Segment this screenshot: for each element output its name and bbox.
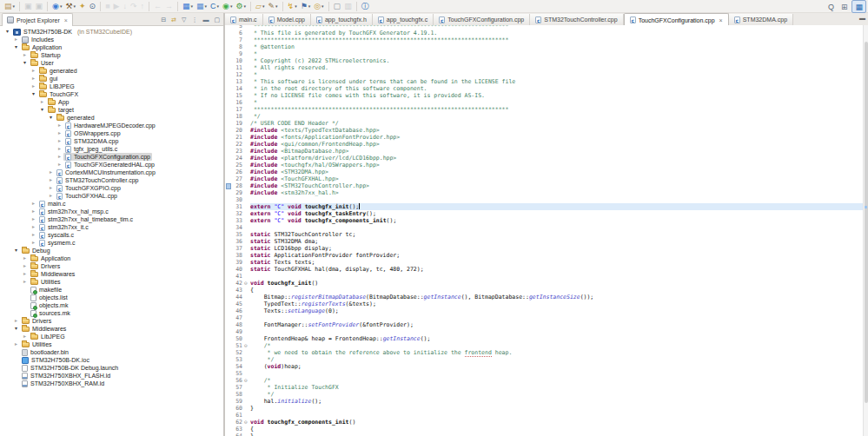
- target-flag-button[interactable]: ⚑▾: [299, 1, 313, 12]
- editor-scrollbar[interactable]: [863, 25, 868, 436]
- code-line[interactable]: 8 * @attention: [225, 43, 863, 50]
- expander-icon[interactable]: ▸: [30, 67, 37, 75]
- expander-icon[interactable]: ▸: [30, 200, 37, 208]
- minimize-editor-icon[interactable]: ▬: [859, 15, 865, 21]
- tree-item[interactable]: ▸gui: [0, 75, 223, 83]
- editor-tab[interactable]: cTouchGFXConfiguration.cpp: [434, 14, 530, 25]
- tree-item[interactable]: ▸ctgfx_jpeg_utils.c: [0, 145, 223, 153]
- code-line[interactable]: 51⊖ /*: [225, 342, 863, 349]
- code-line[interactable]: 20#include <texts/TypedTextDatabase.hpp>: [225, 127, 863, 134]
- expander-icon[interactable]: ▸: [21, 333, 29, 340]
- expander-icon[interactable]: ▸: [30, 215, 37, 223]
- code-line[interactable]: 35static STM32TouchController tc;: [225, 231, 863, 238]
- code-line[interactable]: 15 * If no LICENSE file comes with this …: [225, 92, 863, 99]
- code-line[interactable]: 28#include <STM32TouchController.hpp>: [225, 182, 863, 189]
- software-packs-button[interactable]: ▦▾: [195, 1, 209, 12]
- expander-icon[interactable]: ▾: [3, 28, 11, 36]
- code-line[interactable]: 56⊖ /*: [225, 377, 863, 384]
- lightbulb-button[interactable]: ◎▾: [312, 1, 325, 12]
- tree-item[interactable]: ▸cOSWrappers.cpp: [0, 129, 223, 137]
- tree-item[interactable]: ▸Utilities: [0, 278, 223, 286]
- tree-item[interactable]: ▾target: [0, 106, 223, 114]
- code-line[interactable]: 14 * in the root directory of this softw…: [225, 85, 863, 92]
- fold-collapse-icon[interactable]: ⊖: [244, 419, 250, 426]
- minimize-view-button[interactable]: ▬: [201, 14, 210, 25]
- filter-button[interactable]: ▽: [180, 14, 188, 25]
- expander-icon[interactable]: ▸: [21, 278, 29, 286]
- resume-button[interactable]: ▶: [112, 1, 122, 12]
- code-line[interactable]: 13 * This software is licensed under ter…: [225, 78, 863, 85]
- code-line[interactable]: 46 Texts::setLanguage(0);: [225, 307, 863, 314]
- expander-icon[interactable]: ▸: [47, 176, 55, 184]
- expander-icon[interactable]: ▸: [12, 317, 20, 325]
- expander-icon[interactable]: ▸: [56, 145, 63, 153]
- code-line[interactable]: 23#include <BitmapDatabase.hpp>: [225, 148, 863, 155]
- code-line[interactable]: 57 * Initialize TouchGFX: [225, 384, 863, 391]
- expander-icon[interactable]: ▸: [21, 270, 29, 278]
- new-c-cpp-project-button[interactable]: C▾: [209, 1, 221, 12]
- tree-item[interactable]: STM32H750XBHX_FLASH.ld: [0, 372, 223, 380]
- editor-tab[interactable]: cSTM32DMA.cpp: [729, 14, 793, 25]
- collapse-all-button[interactable]: ⊟: [159, 14, 168, 25]
- code-line[interactable]: 53 */: [225, 356, 863, 363]
- tree-item[interactable]: ▸cmain.c: [0, 200, 223, 208]
- tree-item[interactable]: STM32H750B-DK Debug.launch: [0, 364, 223, 372]
- code-line[interactable]: 62⊖void touchgfx_components_init(): [225, 419, 863, 426]
- code-line[interactable]: 37static LCD16bpp display;: [225, 245, 863, 252]
- pin-editor-button[interactable]: ▥: [342, 1, 354, 12]
- code-line[interactable]: 32extern "C" void touchgfx_taskEntry();: [225, 210, 863, 217]
- step-return-button[interactable]: ↑: [139, 1, 147, 12]
- device-config-tool-button[interactable]: ▦▾: [181, 1, 195, 12]
- tree-item[interactable]: ▸cSTM32DMA.cpp: [0, 137, 223, 145]
- code-line[interactable]: 47: [225, 314, 863, 321]
- code-line[interactable]: 27#include <TouchGFXHAL.hpp>: [225, 175, 863, 182]
- expander-icon[interactable]: ▸: [30, 231, 37, 239]
- maximize-view-button[interactable]: ▢: [212, 14, 222, 25]
- tree-item[interactable]: ▾TouchGFX: [0, 90, 223, 98]
- tree-item[interactable]: ▾Middlewares: [0, 325, 223, 333]
- expander-icon[interactable]: ▸: [56, 129, 63, 137]
- code-line[interactable]: 34: [225, 224, 863, 231]
- code-line[interactable]: 63{: [225, 426, 863, 433]
- code-editor[interactable]: 5 **************************************…: [225, 25, 863, 436]
- code-line[interactable]: 58 */: [225, 391, 863, 398]
- expander-icon[interactable]: ▾: [47, 114, 55, 122]
- tree-item[interactable]: ▸cHardwareMJPEGDecoder.cpp: [0, 122, 223, 129]
- expander-icon[interactable]: ▸: [56, 153, 63, 161]
- code-line[interactable]: 40static TouchGFXHAL hal(dma, display, t…: [225, 266, 863, 273]
- tree-item[interactable]: ▸cTouchGFXGPIO.cpp: [0, 184, 223, 192]
- tree-item[interactable]: ▸generated: [0, 67, 223, 75]
- tree-item[interactable]: makefile: [0, 286, 223, 294]
- close-tab-icon[interactable]: ×: [719, 17, 723, 23]
- tree-item[interactable]: ▸cTouchGFXConfiguration.cpp: [0, 153, 223, 161]
- code-line[interactable]: 41: [225, 273, 863, 280]
- tree-item[interactable]: ▸csysmem.c: [0, 239, 223, 247]
- expander-icon[interactable]: ▸: [12, 340, 20, 348]
- tree-item[interactable]: ▸Drivers: [0, 317, 223, 325]
- save-all-button[interactable]: ▣: [34, 1, 45, 12]
- expander-icon[interactable]: ▸: [21, 262, 29, 270]
- code-line[interactable]: 10 * Copyright (c) 2022 STMicroelectroni…: [225, 57, 863, 64]
- editor-tab[interactable]: cSTM32TouchController.cpp: [530, 14, 623, 25]
- code-line[interactable]: 38static ApplicationFontProvider fontPro…: [225, 252, 863, 259]
- code-line[interactable]: 29#include <stm32h7xx_hal.h>: [225, 189, 863, 196]
- step-over-button[interactable]: ↷: [129, 1, 139, 12]
- back-button[interactable]: ←: [152, 1, 163, 12]
- launch-config-button[interactable]: ◉▾: [50, 1, 63, 12]
- code-line[interactable]: 7 **************************************…: [225, 36, 863, 43]
- scrollbar-thumb[interactable]: [865, 42, 868, 403]
- new-connection-button[interactable]: ✦: [77, 1, 88, 12]
- code-line[interactable]: 17 *************************************…: [225, 106, 863, 113]
- code-line[interactable]: 31extern "C" void touchgfx_init();: [225, 203, 863, 210]
- expander-icon[interactable]: ▸: [12, 36, 20, 43]
- code-line[interactable]: 24#include <platform/driver/lcd/LCD16bpp…: [225, 155, 863, 162]
- code-line[interactable]: 59 hal.initialize();: [225, 398, 863, 405]
- tree-item[interactable]: ▾generated: [0, 114, 223, 122]
- tree-item[interactable]: ▸LibJPEG: [0, 333, 223, 340]
- code-line[interactable]: 61: [225, 412, 863, 419]
- expander-icon[interactable]: ▸: [21, 254, 29, 262]
- code-line[interactable]: 9 *: [225, 50, 863, 57]
- code-line[interactable]: 55: [225, 370, 863, 377]
- expander-icon[interactable]: ▾: [12, 247, 20, 254]
- tree-item[interactable]: ▸cstm32h7xx_hal_msp.c: [0, 208, 223, 215]
